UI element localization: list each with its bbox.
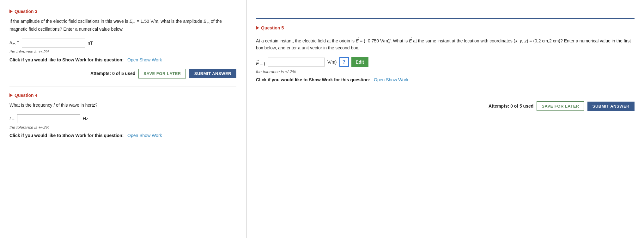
question3-answer-row: Bm = nT bbox=[9, 39, 236, 47]
q5-unit: V/m) bbox=[327, 60, 337, 65]
question5-section: Question 5 At a certain instant, the ele… bbox=[256, 25, 635, 111]
question5-header: Question 5 bbox=[256, 25, 635, 30]
q3-answer-input[interactable] bbox=[22, 39, 85, 47]
q3-attempts-text: Attempts: 0 of 5 used bbox=[90, 71, 135, 76]
q4-tolerance: the tolerance is +/-2% bbox=[9, 125, 236, 130]
q5-answer-label: → E = ( bbox=[256, 58, 265, 66]
question3-title: Question 3 bbox=[15, 9, 37, 14]
q5-submit-button[interactable]: SUBMIT ANSWER bbox=[587, 102, 635, 111]
collapse-icon-q3[interactable] bbox=[9, 9, 13, 13]
question3-text: If the amplitude of the electric field o… bbox=[9, 18, 236, 33]
q3-show-work-row: Click if you would like to Show Work for… bbox=[9, 57, 236, 62]
question5-title: Question 5 bbox=[261, 25, 284, 30]
q3-save-button[interactable]: SAVE FOR LATER bbox=[138, 69, 186, 78]
q3-unit: nT bbox=[88, 41, 93, 46]
q3-submit-button[interactable]: SUBMIT ANSWER bbox=[189, 69, 236, 78]
q5-show-work-row: Click if you would like to Show Work for… bbox=[256, 77, 635, 82]
q5-attempts-row: Attempts: 0 of 5 used SAVE FOR LATER SUB… bbox=[256, 101, 635, 111]
top-bar bbox=[256, 6, 635, 19]
q5-help-button[interactable]: ? bbox=[339, 57, 349, 67]
question4-header: Question 4 bbox=[9, 93, 236, 98]
q4-answer-input[interactable] bbox=[17, 114, 80, 123]
q3-attempts-row: Attempts: 0 of 5 used SAVE FOR LATER SUB… bbox=[9, 69, 236, 78]
q3-open-show-work-link[interactable]: Open Show Work bbox=[127, 57, 162, 62]
question4-title: Question 4 bbox=[15, 93, 37, 98]
q4-unit: Hz bbox=[83, 116, 88, 121]
q3-q4-divider bbox=[9, 86, 236, 86]
q3-tolerance: the tolerance is +/-2% bbox=[9, 49, 236, 54]
q5-open-show-work-link[interactable]: Open Show Work bbox=[374, 77, 408, 82]
q4-answer-label: f = bbox=[9, 116, 15, 121]
q3-show-work-label: Click if you would like to Show Work for… bbox=[9, 57, 124, 62]
question4-section: Question 4 What is the frequency f of th… bbox=[9, 93, 236, 138]
collapse-icon-q5[interactable] bbox=[256, 26, 259, 30]
q5-show-work-label: Click if you would like to Show Work for… bbox=[256, 77, 370, 82]
q5-edit-button[interactable]: Edit bbox=[351, 57, 368, 67]
question4-text: What is the frequency f of this wave in … bbox=[9, 102, 236, 109]
question4-answer-row: f = Hz bbox=[9, 114, 236, 123]
q5-answer-input[interactable] bbox=[268, 58, 325, 66]
q5-save-button[interactable]: SAVE FOR LATER bbox=[537, 101, 584, 111]
question3-section: Question 3 If the amplitude of the elect… bbox=[9, 9, 236, 78]
q5-attempts-text: Attempts: 0 of 5 used bbox=[489, 103, 533, 109]
q4-open-show-work-link[interactable]: Open Show Work bbox=[127, 133, 162, 138]
q3-answer-label: Bm = bbox=[9, 40, 19, 46]
right-panel: Question 5 At a certain instant, the ele… bbox=[246, 0, 644, 238]
q5-tolerance: the tolerance is +/-2% bbox=[256, 69, 635, 74]
left-panel: Question 3 If the amplitude of the elect… bbox=[0, 0, 246, 238]
q4-show-work-label: Click if you would like to Show Work for… bbox=[9, 133, 124, 138]
question5-answer-row: → E = ( V/m) ? Edit bbox=[256, 57, 635, 67]
q4-show-work-row: Click if you would like to Show Work for… bbox=[9, 133, 236, 138]
question5-text: At a certain instant, the electric field… bbox=[256, 34, 635, 52]
collapse-icon-q4[interactable] bbox=[9, 93, 13, 97]
question3-header: Question 3 bbox=[9, 9, 236, 14]
